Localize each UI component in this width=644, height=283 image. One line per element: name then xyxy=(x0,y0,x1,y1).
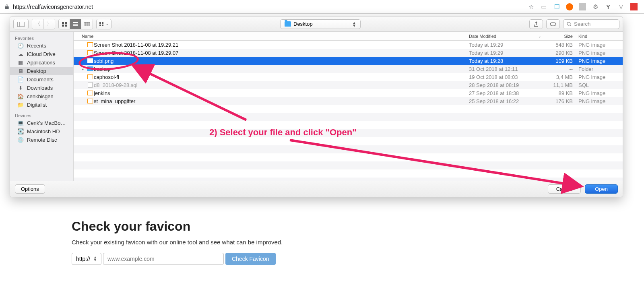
back-button[interactable]: 〈 xyxy=(32,19,43,29)
sidebar-item[interactable]: 📄Documents xyxy=(10,75,73,84)
file-kind: PNG image xyxy=(578,90,623,96)
chevron-updown-icon: ▲▼ xyxy=(93,256,97,262)
file-date: Today at 19:29 xyxy=(469,50,541,56)
location-popup[interactable]: Desktop ▲▼ xyxy=(280,19,361,29)
column-headers: Name Date Modified⌄ Size Kind xyxy=(74,32,623,41)
chevron-updown-icon: ▲▼ xyxy=(352,21,356,27)
file-type-icon xyxy=(87,66,94,72)
ext-icon[interactable] xyxy=(566,3,573,10)
file-type-icon xyxy=(87,41,94,48)
column-name[interactable]: Name xyxy=(82,34,469,39)
sidebar-item-label: Recents xyxy=(27,43,46,49)
lock-icon xyxy=(4,4,10,10)
file-date: Today at 19:29 xyxy=(469,42,541,48)
group-menu[interactable]: ⌄ xyxy=(96,19,111,29)
sidebar-item[interactable]: 💻Cenk's MacBo… xyxy=(10,119,73,127)
sidebar-item[interactable]: 📁Digitalist xyxy=(10,101,73,109)
sidebar-item-label: Documents xyxy=(27,76,54,83)
disk-icon: 💽 xyxy=(17,129,24,134)
file-row[interactable]: ▸backup31 Oct 2018 at 12:11--Folder xyxy=(74,65,623,73)
clock-icon: 🕘 xyxy=(17,43,24,49)
gear-icon[interactable]: ⚙ xyxy=(592,3,599,10)
icon-view-button[interactable] xyxy=(59,19,70,29)
sidebar-item[interactable]: ☁iCloud Drive xyxy=(10,50,73,58)
column-kind[interactable]: Kind xyxy=(578,34,623,39)
check-favicon-button[interactable]: Check Favicon xyxy=(225,253,276,265)
ext-icon[interactable]: ▭ xyxy=(540,3,547,10)
svg-rect-12 xyxy=(99,22,101,24)
sidebar-item[interactable]: 🏠cenkbisgen xyxy=(10,92,73,101)
file-date: 28 Sep 2018 at 08:19 xyxy=(469,82,541,88)
file-size: 89 KB xyxy=(541,90,578,96)
sidebar-item[interactable]: 🕘Recents xyxy=(10,41,73,50)
file-row[interactable]: ▸d8_2018-09-28.sql28 Sep 2018 at 08:1911… xyxy=(74,81,623,89)
file-type-icon xyxy=(87,74,94,80)
search-icon xyxy=(567,22,572,27)
file-name: caphosol-fi xyxy=(94,74,469,80)
ext-icon[interactable]: V xyxy=(617,3,625,10)
folder-icon xyxy=(285,21,291,27)
sidebar-item[interactable]: ▦Applications xyxy=(10,58,73,67)
tags-button[interactable] xyxy=(546,19,560,29)
sidebar-item-label: iCloud Drive xyxy=(27,51,56,57)
file-list-pane: Name Date Modified⌄ Size Kind ▸Screen Sh… xyxy=(74,32,623,181)
file-row[interactable]: ▸jenkins27 Sep 2018 at 18:3889 KBPNG ima… xyxy=(74,89,623,97)
sidebar-icon[interactable] xyxy=(14,19,28,29)
column-size[interactable]: Size xyxy=(541,34,578,39)
url-text[interactable]: https://realfaviconsgenerator.net xyxy=(13,4,524,10)
svg-rect-9 xyxy=(84,22,86,26)
sidebar-item[interactable]: ⬇Downloads xyxy=(10,84,73,92)
ext-icon[interactable]: Y xyxy=(605,3,612,10)
column-view-button[interactable] xyxy=(81,19,93,29)
sort-indicator-icon: ⌄ xyxy=(538,34,541,38)
annotation-text: 2) Select your file and click "Open" xyxy=(209,127,357,138)
cloud-icon: ☁ xyxy=(17,52,24,57)
file-row[interactable]: ▸st_mina_uppgifter25 Sep 2018 at 16:2217… xyxy=(74,97,623,105)
disc-icon: 💿 xyxy=(17,137,24,143)
page-subtext: Check your existing favicon with our onl… xyxy=(72,239,434,246)
file-row[interactable]: ▸Screen Shot 2018-11-08 at 19.29.21Today… xyxy=(74,41,623,49)
share-button[interactable] xyxy=(529,19,543,29)
svg-rect-11 xyxy=(88,22,90,26)
browser-address-bar: https://realfaviconsgenerator.net ☆ ▭ ❐ … xyxy=(0,0,644,14)
svg-rect-5 xyxy=(65,25,67,27)
empty-row xyxy=(74,153,623,161)
ext-icon[interactable]: ❐ xyxy=(553,3,560,10)
svg-point-17 xyxy=(567,22,570,25)
file-date: 27 Sep 2018 at 18:38 xyxy=(469,90,541,96)
star-icon[interactable]: ☆ xyxy=(527,3,535,10)
apps-icon: ▦ xyxy=(17,60,24,66)
file-row[interactable]: ▸caphosol-fi19 Oct 2018 at 08:033,4 MBPN… xyxy=(74,73,623,81)
domain-input[interactable] xyxy=(103,253,224,265)
sidebar-item[interactable]: 💿Remote Disc xyxy=(10,136,73,144)
svg-rect-0 xyxy=(17,22,25,27)
cancel-button[interactable]: Cancel xyxy=(548,184,581,194)
empty-row xyxy=(74,137,623,145)
forward-button[interactable]: 〉 xyxy=(43,19,55,29)
svg-rect-2 xyxy=(62,22,64,24)
column-date[interactable]: Date Modified⌄ xyxy=(469,34,541,39)
sidebar-item[interactable]: 🖥Desktop xyxy=(10,67,73,75)
file-size: 11,1 MB xyxy=(541,82,578,88)
file-row[interactable]: ▸sobi.pngToday at 19:28109 KBPNG image xyxy=(74,57,623,65)
group-icon[interactable]: ⌄ xyxy=(97,19,111,29)
ext-icon[interactable] xyxy=(630,3,638,10)
page-heading: Check your favicon xyxy=(72,219,434,234)
site-content: Check your favicon Check your existing f… xyxy=(72,219,434,265)
open-button[interactable]: Open xyxy=(585,184,618,194)
sidebar-toggle[interactable] xyxy=(13,19,29,29)
protocol-select[interactable]: http:// ▲▼ xyxy=(72,253,101,265)
search-input[interactable]: Search xyxy=(563,19,619,29)
ext-icon[interactable] xyxy=(579,3,586,10)
file-date: 19 Oct 2018 at 08:03 xyxy=(469,74,541,80)
empty-row xyxy=(74,105,623,113)
sidebar: Favorites 🕘Recents☁iCloud Drive▦Applicat… xyxy=(10,32,74,181)
empty-row xyxy=(74,169,623,178)
svg-rect-15 xyxy=(102,25,103,26)
sidebar-header-favorites: Favorites xyxy=(10,34,73,41)
options-button[interactable]: Options xyxy=(15,184,45,194)
sidebar-item[interactable]: 💽Macintosh HD xyxy=(10,127,73,136)
svg-rect-13 xyxy=(99,25,101,26)
list-view-button[interactable] xyxy=(70,19,81,29)
file-row[interactable]: ▸Screen Shot 2018-11-08 at 19.29.07Today… xyxy=(74,49,623,57)
